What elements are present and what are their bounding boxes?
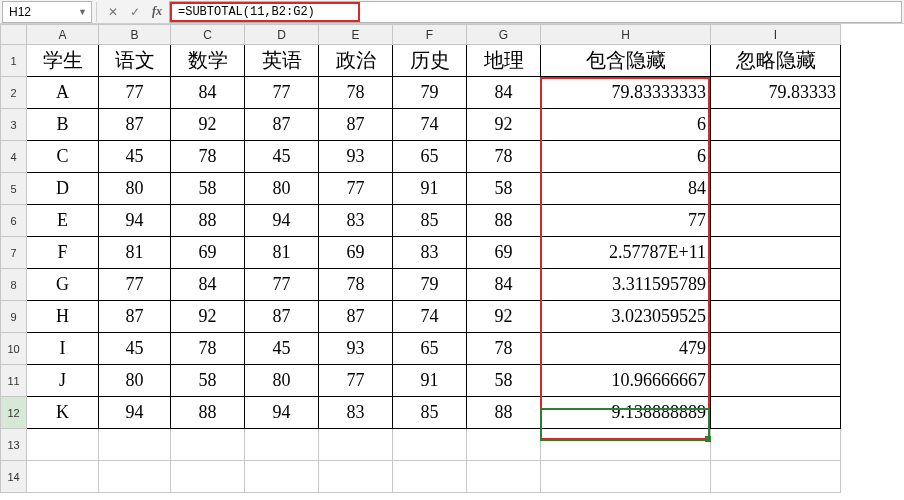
col-header-D[interactable]: D [245, 25, 319, 45]
cell[interactable]: 84 [541, 173, 711, 205]
cell[interactable]: 58 [171, 365, 245, 397]
cell[interactable]: 78 [467, 333, 541, 365]
cell[interactable] [99, 429, 171, 461]
cell[interactable]: 85 [393, 397, 467, 429]
cell[interactable]: 69 [467, 237, 541, 269]
cell[interactable] [319, 429, 393, 461]
cell[interactable]: 3.311595789 [541, 269, 711, 301]
cell[interactable]: 77 [99, 77, 171, 109]
row-header[interactable]: 9 [1, 301, 27, 333]
cell[interactable]: 80 [99, 365, 171, 397]
col-header-F[interactable]: F [393, 25, 467, 45]
cell[interactable]: 58 [467, 365, 541, 397]
row-header[interactable]: 11 [1, 365, 27, 397]
cell[interactable]: 79.83333 [711, 77, 841, 109]
cell[interactable]: J [27, 365, 99, 397]
cell[interactable]: 58 [467, 173, 541, 205]
cell[interactable]: 94 [245, 397, 319, 429]
cell[interactable]: 74 [393, 301, 467, 333]
cell[interactable]: 78 [467, 141, 541, 173]
cell[interactable]: I [27, 333, 99, 365]
cell[interactable] [711, 109, 841, 141]
cell[interactable] [711, 429, 841, 461]
cell[interactable] [541, 429, 711, 461]
cell[interactable]: 英语 [245, 45, 319, 77]
col-header-C[interactable]: C [171, 25, 245, 45]
cell[interactable]: 81 [99, 237, 171, 269]
cell[interactable]: 92 [467, 109, 541, 141]
cell[interactable]: 91 [393, 173, 467, 205]
cell[interactable]: 84 [171, 77, 245, 109]
cell[interactable]: F [27, 237, 99, 269]
row-header[interactable]: 14 [1, 461, 27, 493]
row-header[interactable]: 4 [1, 141, 27, 173]
cell[interactable]: 87 [99, 301, 171, 333]
cell[interactable]: 78 [171, 141, 245, 173]
cell[interactable]: 2.57787E+11 [541, 237, 711, 269]
row-header[interactable]: 3 [1, 109, 27, 141]
cell[interactable]: 79.83333333 [541, 77, 711, 109]
cell[interactable] [711, 397, 841, 429]
col-header-B[interactable]: B [99, 25, 171, 45]
cell[interactable] [245, 461, 319, 493]
cell[interactable] [711, 205, 841, 237]
cell[interactable]: B [27, 109, 99, 141]
cell[interactable] [711, 173, 841, 205]
cell[interactable]: H [27, 301, 99, 333]
cell[interactable]: 包含隐藏 [541, 45, 711, 77]
cell[interactable] [541, 461, 711, 493]
cell[interactable]: 78 [319, 269, 393, 301]
cell[interactable]: 69 [171, 237, 245, 269]
cell[interactable] [393, 429, 467, 461]
cell[interactable]: 6 [541, 109, 711, 141]
cell[interactable]: 69 [319, 237, 393, 269]
cell[interactable]: 84 [171, 269, 245, 301]
cell[interactable]: 80 [245, 365, 319, 397]
name-box[interactable]: H12 ▼ [2, 1, 92, 23]
col-header-I[interactable]: I [711, 25, 841, 45]
cell[interactable]: 58 [171, 173, 245, 205]
cell[interactable]: 479 [541, 333, 711, 365]
cell[interactable]: 77 [245, 269, 319, 301]
cell[interactable]: 92 [171, 109, 245, 141]
col-header-A[interactable]: A [27, 25, 99, 45]
cell[interactable]: 93 [319, 141, 393, 173]
cell[interactable]: E [27, 205, 99, 237]
cell[interactable]: G [27, 269, 99, 301]
row-header[interactable]: 5 [1, 173, 27, 205]
cell[interactable] [245, 429, 319, 461]
cell[interactable] [171, 461, 245, 493]
cell[interactable]: 数学 [171, 45, 245, 77]
cell[interactable]: 6 [541, 141, 711, 173]
cell[interactable]: 88 [467, 397, 541, 429]
cell[interactable]: 78 [319, 77, 393, 109]
cell[interactable]: 79 [393, 77, 467, 109]
cell[interactable]: 85 [393, 205, 467, 237]
row-header[interactable]: 6 [1, 205, 27, 237]
cell[interactable]: 忽略隐藏 [711, 45, 841, 77]
cell[interactable]: 87 [245, 109, 319, 141]
cell[interactable]: 93 [319, 333, 393, 365]
chevron-down-icon[interactable]: ▼ [78, 7, 87, 17]
cell[interactable]: C [27, 141, 99, 173]
cell[interactable]: 94 [99, 397, 171, 429]
cell[interactable]: 87 [319, 109, 393, 141]
cancel-icon[interactable]: ✕ [105, 5, 121, 19]
cell[interactable]: 政治 [319, 45, 393, 77]
cell[interactable]: A [27, 77, 99, 109]
cell[interactable]: 74 [393, 109, 467, 141]
cell[interactable]: 94 [99, 205, 171, 237]
cell[interactable]: K [27, 397, 99, 429]
cell[interactable]: 45 [245, 333, 319, 365]
worksheet[interactable]: A B C D E F G H I 1 学生 语文 数学 英语 政治 历史 地理 [0, 24, 904, 493]
cell[interactable]: 地理 [467, 45, 541, 77]
enter-icon[interactable]: ✓ [127, 5, 143, 19]
cell[interactable] [711, 301, 841, 333]
cell[interactable]: 45 [99, 333, 171, 365]
cell[interactable]: 84 [467, 269, 541, 301]
cell[interactable] [711, 269, 841, 301]
cell[interactable]: 历史 [393, 45, 467, 77]
cell[interactable]: 77 [99, 269, 171, 301]
row-header[interactable]: 8 [1, 269, 27, 301]
select-all-corner[interactable] [1, 25, 27, 45]
